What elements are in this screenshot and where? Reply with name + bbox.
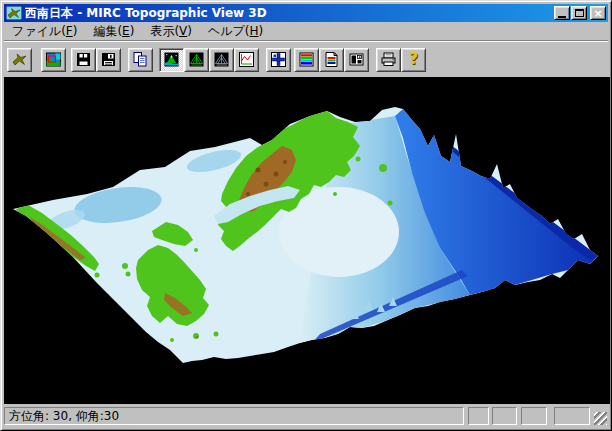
close-icon: × [593, 8, 602, 19]
toolbar-button-copy[interactable] [128, 48, 153, 72]
toolbar-button-color-scale-page[interactable] [319, 48, 344, 72]
toolbar-button-view-3d-wireframe-green[interactable] [184, 48, 209, 72]
app-window: 西南日本 - MIRC Topographic View 3D × ファイル(F… [0, 0, 612, 431]
menu-item-edit[interactable]: 編集(E) [85, 22, 142, 41]
minimize-button[interactable] [554, 6, 570, 20]
toolbar-button-help[interactable]: ? [401, 48, 426, 72]
status-panel-2 [492, 407, 517, 425]
title-bar[interactable]: 西南日本 - MIRC Topographic View 3D × [4, 4, 608, 22]
view-3d-wireframe-gray-icon [213, 51, 230, 68]
toolbar-button-view-3d-wireframe-gray[interactable] [209, 48, 234, 72]
status-text: 方位角: 30, 仰角:30 [9, 409, 119, 423]
toolbar-button-view-3d-color[interactable] [159, 48, 184, 72]
save-icon [75, 51, 92, 68]
map-image-icon [45, 51, 62, 68]
color-scale-page-icon [323, 51, 340, 68]
maximize-icon [575, 9, 584, 17]
bird-logo-icon [11, 51, 28, 68]
color-scale-icon [298, 51, 315, 68]
toolbar-button-legend[interactable] [344, 48, 369, 72]
toolbar-button-color-scale[interactable] [294, 48, 319, 72]
close-button[interactable]: × [590, 6, 606, 20]
status-bar: 方位角: 30, 仰角:30 [4, 403, 608, 427]
profile-graph-icon [238, 51, 255, 68]
topographic-3d-view[interactable] [4, 77, 610, 404]
view-3d-wireframe-green-icon [188, 51, 205, 68]
print-icon [380, 51, 397, 68]
terrain-3d [4, 77, 610, 404]
status-panel-4 [554, 407, 590, 425]
resize-grip[interactable] [594, 412, 607, 425]
status-panel-3 [521, 407, 547, 425]
copy-icon [132, 51, 149, 68]
save-as-icon [100, 51, 117, 68]
toolbar: ? [4, 40, 608, 78]
window-title: 西南日本 - MIRC Topographic View 3D [25, 4, 553, 22]
status-panel-1 [468, 407, 489, 425]
status-angle-panel: 方位角: 30, 仰角:30 [4, 407, 464, 425]
toolbar-button-profile-graph[interactable] [234, 48, 259, 72]
toolbar-button-save[interactable] [71, 48, 96, 72]
app-icon [6, 6, 22, 20]
help-icon: ? [405, 51, 422, 68]
menu-item-file[interactable]: ファイル(F) [4, 22, 85, 41]
toolbar-button-print[interactable] [376, 48, 401, 72]
minimize-icon [558, 16, 566, 18]
toolbar-button-blue-cross[interactable] [266, 48, 291, 72]
toolbar-button-logo[interactable] [7, 48, 32, 72]
menu-item-view[interactable]: 表示(V) [142, 22, 200, 41]
menu-item-help[interactable]: ヘルプ(H) [200, 22, 271, 41]
toolbar-button-open-map[interactable] [41, 48, 66, 72]
view-3d-color-icon [163, 51, 180, 68]
blue-cross-icon [270, 51, 287, 68]
maximize-button[interactable] [571, 6, 587, 20]
legend-icon [348, 51, 365, 68]
menu-bar: ファイル(F) 編集(E) 表示(V) ヘルプ(H) [4, 22, 608, 40]
toolbar-button-save-as[interactable] [96, 48, 121, 72]
